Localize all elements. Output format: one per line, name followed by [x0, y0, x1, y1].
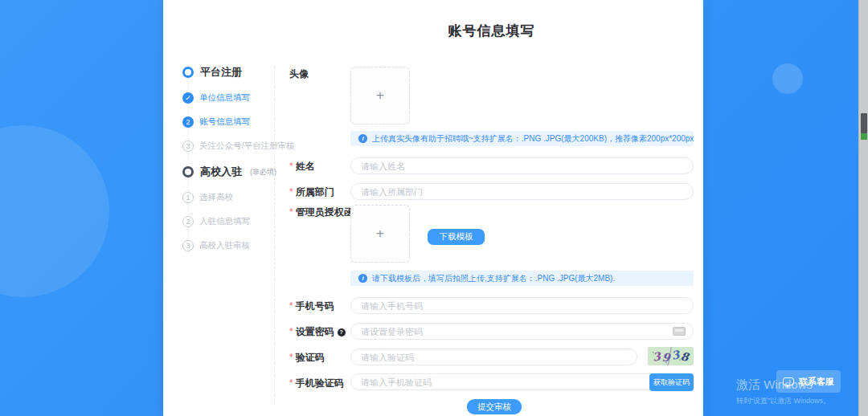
sms-label: *手机验证码	[289, 377, 344, 390]
page-title: 账号信息填写	[289, 22, 694, 40]
department-label: *所属部门	[289, 186, 334, 199]
sms-input[interactable]	[350, 373, 694, 390]
watermark-line2: 转到“设置”以激活 Windows。	[736, 396, 830, 406]
password-input[interactable]	[350, 323, 694, 340]
submit-review-button[interactable]: 提交审核	[467, 399, 522, 414]
plus-icon: +	[376, 88, 384, 104]
step-label: 高校入驻审核	[199, 240, 250, 251]
decorative-circle-right	[772, 63, 803, 94]
info-icon: i	[358, 274, 367, 283]
steps-sidebar: 平台注册 ✓ 单位信息填写 2 账号信息填写 3 关注公众号/平台注册审核 高校…	[182, 64, 287, 263]
keyboard-icon[interactable]	[673, 327, 686, 336]
required-mark: *	[289, 206, 293, 218]
required-mark: *	[289, 161, 293, 172]
required-mark: *	[289, 186, 293, 198]
avatar-tip-text: 上传真实头像有助于招聘哦~支持扩展名：.PNG .JPG(最大200KB)，推荐…	[372, 133, 694, 145]
get-sms-code-button[interactable]: 获取验证码	[649, 373, 694, 391]
scrollbar-thumb[interactable]	[861, 113, 867, 133]
step-group-platform: 平台注册	[182, 64, 287, 80]
page-scrollbar[interactable]	[858, 0, 868, 416]
password-help-icon[interactable]: ?	[338, 328, 346, 336]
authorization-tip-banner: i 请下载模板后，填写后拍照上传,支持扩展名：.PNG .JPG(最大2MB).	[350, 271, 694, 286]
info-icon: i	[358, 134, 367, 143]
step-entry-info[interactable]: 2 入驻信息填写	[182, 215, 287, 228]
step-label: 单位信息填写	[199, 92, 250, 104]
download-template-button[interactable]: 下载模板	[428, 229, 485, 245]
step-select-university[interactable]: 1 选择高校	[182, 191, 287, 204]
phone-input[interactable]	[350, 297, 694, 314]
required-mark: *	[289, 300, 293, 312]
chat-bubble-icon	[783, 377, 794, 385]
authorization-label: *管理员授权函	[289, 206, 354, 219]
plus-icon: +	[376, 226, 384, 242]
contact-support-label: 联系客服	[799, 376, 834, 388]
captcha-image[interactable]: 3938	[648, 347, 694, 365]
step-label: 账号信息填写	[199, 116, 250, 128]
contact-support-button[interactable]: 联系客服	[776, 370, 841, 393]
step-number-icon: 1	[182, 192, 194, 203]
step-group-title: 高校入驻	[200, 165, 242, 179]
step-group-title: 平台注册	[200, 65, 242, 80]
name-input[interactable]	[350, 157, 694, 174]
step-unit-info[interactable]: ✓ 单位信息填写	[182, 92, 287, 104]
authorization-tip-text: 请下载模板后，填写后拍照上传,支持扩展名：.PNG .JPG(最大2MB).	[372, 273, 615, 284]
step-label: 选择高校	[199, 192, 233, 203]
step-label: 关注公众号/平台注册审核	[199, 141, 294, 152]
captcha-label: *验证码	[289, 351, 325, 365]
step-number-icon: 2	[182, 116, 194, 128]
avatar-label: 头像	[289, 67, 309, 81]
step-number-icon: 2	[182, 216, 194, 227]
phone-label: *手机号码	[289, 300, 334, 313]
step-label: 入驻信息填写	[199, 216, 250, 227]
step-account-info[interactable]: 2 账号信息填写	[182, 116, 287, 128]
optional-suffix: (非必填)	[250, 167, 276, 177]
required-mark: *	[289, 377, 293, 389]
captcha-input[interactable]	[350, 349, 637, 365]
required-mark: *	[289, 352, 293, 363]
required-mark: *	[289, 326, 293, 337]
scrollbar-marker	[861, 133, 867, 140]
name-label: *姓名	[289, 160, 315, 173]
password-label: *设置密码?	[289, 325, 346, 339]
registration-card: 账号信息填写 平台注册 ✓ 单位信息填写 2 账号信息填写 3 关注公众号/平台…	[163, 0, 703, 416]
step-review[interactable]: 3 关注公众号/平台注册审核	[182, 140, 287, 153]
step-entry-review[interactable]: 3 高校入驻审核	[182, 239, 287, 252]
authorization-upload-box[interactable]: +	[350, 205, 410, 263]
avatar-upload-box[interactable]: +	[350, 67, 410, 124]
department-input[interactable]	[350, 183, 694, 200]
step-number-icon: 3	[182, 240, 194, 251]
university-ring-icon	[182, 166, 194, 177]
decorative-circle-left	[0, 125, 109, 297]
platform-ring-icon	[182, 67, 194, 78]
check-icon: ✓	[182, 92, 194, 104]
step-group-university: 高校入驻 (非必填)	[182, 164, 287, 180]
avatar-tip-banner: i 上传真实头像有助于招聘哦~支持扩展名：.PNG .JPG(最大200KB)，…	[350, 131, 694, 146]
step-number-icon: 3	[182, 141, 194, 152]
vertical-divider	[274, 66, 275, 405]
